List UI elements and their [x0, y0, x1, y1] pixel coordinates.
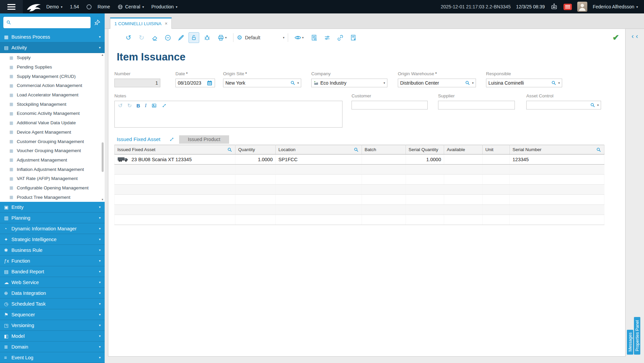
origin-warehouse-lookup[interactable]: ▾	[465, 80, 474, 86]
sidebar-item[interactable]: ◧ Model ▾	[0, 331, 105, 342]
confirm-check-icon[interactable]: ✔	[612, 33, 619, 42]
sidebar-item[interactable]: ◳ Versioning ▾	[0, 320, 105, 331]
sidebar-item[interactable]: ≣ Domain ▾	[0, 342, 105, 352]
cell-issued-fixed-asset[interactable]: 23 BU08 Scania XT 123345	[115, 154, 235, 165]
cell-available[interactable]	[444, 154, 483, 165]
menu-toggle-button[interactable]	[0, 0, 23, 13]
submenu-item[interactable]: ▦ Additional Value Data Update	[0, 118, 105, 128]
italic-icon[interactable]: I	[145, 103, 147, 108]
view-options-icon[interactable]: ▾	[291, 32, 306, 43]
bold-icon[interactable]: B	[137, 103, 140, 108]
responsible-input[interactable]	[488, 80, 551, 86]
origin-warehouse-input[interactable]	[400, 80, 465, 86]
link-icon[interactable]	[335, 32, 345, 43]
submenu-item[interactable]: ▦ Configurable Opening Management	[0, 183, 105, 193]
tab-issued-fixed-asset[interactable]: Issued Fixed Asset	[114, 136, 160, 142]
editor-undo-icon[interactable]: ↺	[118, 102, 122, 109]
submenu-item[interactable]: ▦ VAT Rate (AFIP) Management	[0, 174, 105, 183]
mode-dropdown[interactable]: Production ▾	[151, 4, 177, 9]
cell-unit[interactable]	[483, 154, 510, 165]
cell-quantity[interactable]: 1.0000	[235, 154, 276, 165]
cell-serial-number[interactable]: 123345	[510, 154, 604, 165]
customer-input[interactable]	[354, 102, 425, 108]
date-input[interactable]	[178, 80, 207, 86]
print-icon[interactable]: ▾	[215, 32, 229, 43]
submenu-item[interactable]: ▦ Supply	[0, 53, 105, 62]
expand-editor-icon[interactable]	[162, 103, 167, 108]
scroll-down-icon[interactable]: ▼	[101, 198, 104, 201]
submenu-item[interactable]: ▦ Economic Activity Management	[0, 109, 105, 118]
asset-control-lookup[interactable]: ▾	[590, 102, 599, 108]
layout-preset-dropdown[interactable]: ⚙ Default ▾	[237, 34, 284, 41]
collapse-properties-panel-icon[interactable]: ‹	[636, 33, 638, 39]
user-menu[interactable]: Federico Alfredsson ▾	[593, 4, 638, 9]
submenu-scrollbar-thumb[interactable]	[102, 142, 104, 172]
scroll-up-icon[interactable]: ▲	[101, 53, 104, 57]
undo-icon[interactable]: ↺	[123, 32, 134, 43]
sidebar-item[interactable]: ◔ Dynamic Information Manager ▾	[0, 223, 105, 234]
responsible-lookup[interactable]: ▾	[551, 80, 560, 86]
supplier-input[interactable]	[440, 102, 513, 108]
user-avatar[interactable]	[577, 2, 587, 12]
search-icon[interactable]	[227, 147, 232, 152]
editor-redo-icon[interactable]: ↻	[127, 102, 131, 109]
pin-sidebar-icon[interactable]	[93, 18, 102, 27]
cell-batch[interactable]	[362, 154, 406, 165]
sidebar-item[interactable]: ✦ Strategic Intelligence ▾	[0, 234, 105, 245]
sidebar-item[interactable]: ▥ Planning ▾	[0, 213, 105, 223]
search-icon[interactable]	[596, 147, 601, 152]
submenu-item[interactable]: ▦ Stockpiling Management	[0, 99, 105, 109]
submenu-item[interactable]: ▦ Product Tree Management	[0, 192, 105, 202]
messages-panel-tab[interactable]: Messages	[627, 330, 633, 355]
sidebar-item[interactable]: ▣ Entity ▾	[0, 202, 105, 213]
submenu-scrollbar[interactable]: ▲ ▼	[101, 53, 104, 201]
environment-dropdown[interactable]: Demo ▾	[46, 4, 62, 9]
alerts-icon[interactable]	[564, 4, 572, 10]
minus-circle-icon[interactable]	[162, 32, 173, 43]
submenu-item[interactable]: ▦ Inflation Adjustment Management	[0, 165, 105, 174]
document-tab[interactable]: 1 COMINELLI LUISINA ×	[110, 17, 172, 29]
origin-site-input[interactable]	[225, 80, 290, 86]
submenu-item[interactable]: ▦ Device Agent Management	[0, 128, 105, 137]
cell-serial-quantity[interactable]: 1.0000	[406, 154, 444, 165]
assistant-icon[interactable]	[550, 3, 558, 10]
debug-icon[interactable]	[202, 32, 212, 43]
sliders-icon[interactable]	[322, 32, 332, 43]
sidebar-item[interactable]: ≡ Event Log ▾	[0, 352, 105, 363]
sidebar-item[interactable]: ⊕ Data Integration ▾	[0, 288, 105, 299]
sidebar-item[interactable]: ☁ Web Service ▾	[0, 277, 105, 288]
insert-image-icon[interactable]	[151, 103, 157, 108]
eraser-icon[interactable]	[149, 32, 160, 43]
collapse-messages-panel-icon[interactable]: ‹	[632, 33, 634, 39]
submenu-item[interactable]: ▦ Pending Supplies	[0, 62, 105, 72]
company-select[interactable]: Eco Industry ▾	[311, 79, 387, 87]
submenu-item[interactable]: ▦ Supply Management (CRUD)	[0, 72, 105, 81]
submenu-item[interactable]: ▦ Commercial Action Management	[0, 81, 105, 90]
notes-input[interactable]	[115, 110, 342, 127]
sidebar-item[interactable]: ▤ Banded Report ▾	[0, 266, 105, 277]
no-edit-icon[interactable]	[175, 32, 186, 43]
properties-panel-tab[interactable]: Properties Panel	[634, 317, 640, 355]
submenu-item[interactable]: ▦ Customer Grouping Management	[0, 137, 105, 146]
search-icon[interactable]	[354, 147, 359, 152]
close-tab-icon[interactable]: ×	[165, 21, 167, 26]
sidebar-search-input[interactable]	[13, 20, 88, 25]
sidebar-item[interactable]: ⚑ Sequencer ▾	[0, 309, 105, 320]
grid-row[interactable]: 23 BU08 Scania XT 123345 1.0000 SP1FCC 1…	[115, 154, 604, 165]
origin-site-lookup[interactable]: ▾	[290, 80, 299, 86]
sidebar-item-business-process[interactable]: ▦ Business Process ▾	[0, 32, 105, 42]
submenu-item[interactable]: ▦ Load Accelerator Management	[0, 90, 105, 100]
remove-document-icon[interactable]	[348, 32, 359, 43]
sidebar-item[interactable]: ◷ Scheduled Task ▾	[0, 299, 105, 309]
region-dropdown[interactable]: Central ▾	[117, 4, 144, 10]
sidebar-item[interactable]: ƒx Function ▾	[0, 256, 105, 266]
expand-grid-icon[interactable]	[169, 137, 174, 142]
print-preview-icon[interactable]	[309, 32, 319, 43]
cell-location[interactable]: SP1FCC	[276, 154, 362, 165]
asset-control-input[interactable]	[529, 102, 590, 108]
sidebar-item-activity[interactable]: ▤ Activity ▾	[0, 42, 105, 53]
lock-open-icon[interactable]	[189, 32, 199, 43]
redo-icon[interactable]: ↻	[136, 32, 147, 43]
tab-issued-product[interactable]: Issued Product	[179, 135, 229, 144]
submenu-item[interactable]: ▦ Voucher Grouping Management	[0, 146, 105, 155]
